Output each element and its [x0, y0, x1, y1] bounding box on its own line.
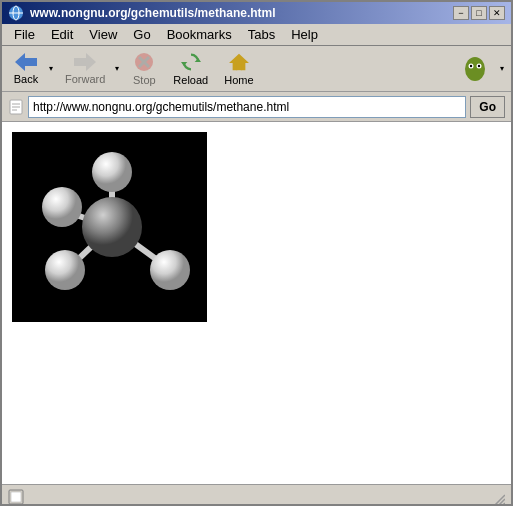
molecule-image [12, 132, 207, 322]
home-label: Home [224, 74, 253, 86]
browser-icon [8, 5, 24, 21]
forward-button[interactable]: Forward [58, 49, 112, 89]
content-area [2, 122, 511, 484]
gecko-button[interactable] [455, 49, 495, 89]
maximize-button[interactable]: □ [471, 6, 487, 20]
molecule-svg [12, 132, 207, 322]
reload-button[interactable]: Reload [166, 49, 215, 89]
menu-bar: File Edit View Go Bookmarks Tabs Help [2, 24, 511, 46]
svg-marker-9 [181, 62, 187, 66]
svg-rect-31 [11, 492, 21, 502]
back-icon [15, 53, 37, 71]
stop-icon [134, 52, 154, 72]
forward-btn-group: Forward ▾ [58, 49, 122, 89]
page-icon [8, 99, 24, 115]
svg-point-15 [470, 64, 472, 66]
gecko-icon [462, 56, 488, 82]
status-page-icon [8, 489, 24, 505]
forward-dropdown[interactable]: ▾ [112, 49, 122, 89]
stop-label: Stop [133, 74, 156, 86]
svg-point-29 [42, 187, 82, 227]
minimize-button[interactable]: − [453, 6, 469, 20]
menu-view[interactable]: View [81, 25, 125, 44]
resize-handle-icon[interactable] [489, 489, 505, 505]
go-button[interactable]: Go [470, 96, 505, 118]
svg-marker-3 [15, 53, 37, 71]
menu-help[interactable]: Help [283, 25, 326, 44]
forward-icon [74, 53, 96, 71]
status-bar [2, 484, 511, 506]
close-button[interactable]: ✕ [489, 6, 505, 20]
toolbar: Back ▾ Forward ▾ Stop Reload [2, 46, 511, 92]
title-bar-buttons: − □ ✕ [453, 6, 505, 20]
menu-bookmarks[interactable]: Bookmarks [159, 25, 240, 44]
svg-point-16 [478, 64, 480, 66]
home-icon [228, 52, 250, 72]
svg-point-28 [150, 250, 190, 290]
back-label: Back [14, 73, 38, 85]
svg-point-25 [82, 197, 142, 257]
status-right [489, 489, 505, 505]
forward-label: Forward [65, 73, 105, 85]
address-input[interactable] [28, 96, 466, 118]
svg-marker-4 [74, 53, 96, 71]
svg-point-12 [465, 57, 485, 81]
back-btn-group: Back ▾ [6, 49, 56, 89]
gecko-dropdown[interactable]: ▾ [497, 49, 507, 89]
menu-go[interactable]: Go [125, 25, 158, 44]
back-dropdown[interactable]: ▾ [46, 49, 56, 89]
home-button[interactable]: Home [217, 49, 260, 89]
svg-line-34 [503, 503, 505, 505]
title-bar: www.nongnu.org/gchemutils/methane.html −… [2, 2, 511, 24]
svg-marker-8 [194, 58, 200, 62]
svg-point-26 [92, 152, 132, 192]
reload-label: Reload [173, 74, 208, 86]
title-bar-text: www.nongnu.org/gchemutils/methane.html [30, 6, 276, 20]
back-button[interactable]: Back [6, 49, 46, 89]
menu-file[interactable]: File [6, 25, 43, 44]
address-bar: Go [2, 92, 511, 122]
menu-tabs[interactable]: Tabs [240, 25, 283, 44]
menu-edit[interactable]: Edit [43, 25, 81, 44]
reload-icon [180, 52, 202, 72]
svg-rect-11 [236, 64, 241, 69]
stop-button[interactable]: Stop [124, 49, 164, 89]
status-left [8, 489, 28, 505]
svg-point-27 [45, 250, 85, 290]
